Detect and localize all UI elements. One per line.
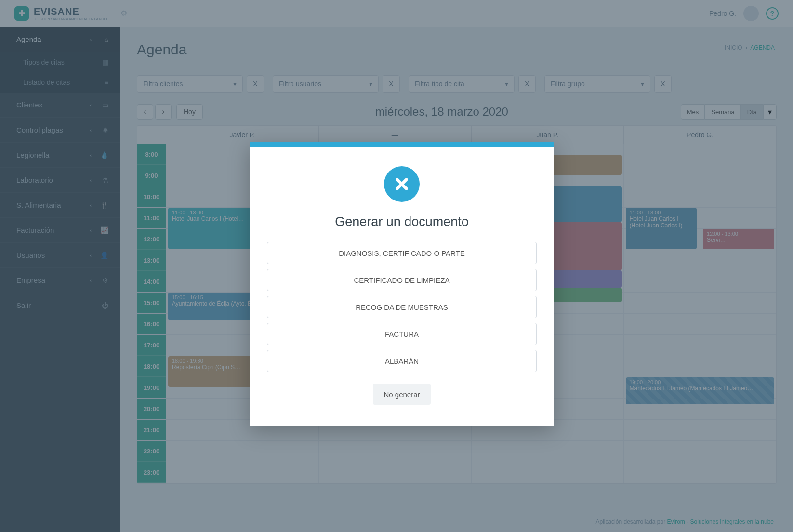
modal-cancel-button[interactable]: No generar [373, 384, 430, 405]
modal-option-recogida-muestras[interactable]: RECOGIDA DE MUESTRAS [267, 296, 537, 318]
modal-option-albaran[interactable]: ALBARÁN [267, 350, 537, 372]
close-circle-icon [384, 166, 420, 202]
modal-option-factura[interactable]: FACTURA [267, 323, 537, 345]
modal-option-certificado-limpieza[interactable]: CERTIFICADO DE LIMPIEZA [267, 269, 537, 291]
modal-title: Generar un documento [267, 214, 537, 229]
generate-document-modal: Generar un documento DIAGNOSIS, CERTIFIC… [250, 142, 554, 426]
modal-option-diagnosis[interactable]: DIAGNOSIS, CERTIFICADO O PARTE [267, 242, 537, 264]
